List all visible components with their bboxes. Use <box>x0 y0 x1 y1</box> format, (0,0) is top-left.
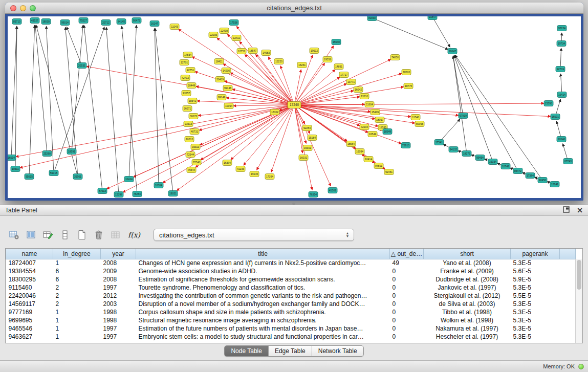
graph-node[interactable]: 17364 <box>526 173 535 179</box>
graph-node[interactable]: 16261 <box>297 62 307 68</box>
graph-node[interactable]: 16311 <box>191 144 200 150</box>
graph-edge[interactable] <box>15 26 17 169</box>
graph-node[interactable]: 12741 <box>550 182 559 187</box>
new-document-icon[interactable] <box>76 229 88 241</box>
graph-edge[interactable] <box>155 28 159 185</box>
zoom-window-icon[interactable] <box>30 5 36 11</box>
graph-node[interactable]: 90472 <box>132 18 141 24</box>
graph-node[interactable]: 17541 <box>434 140 444 145</box>
cell-short[interactable]: Nakamura et al. (1997) <box>424 324 511 333</box>
cell-name[interactable]: 9465546 <box>6 324 53 333</box>
cell-out_degree[interactable]: 0 <box>390 283 424 292</box>
cell-year[interactable]: 2003 <box>101 300 136 308</box>
graph-edge[interactable] <box>294 77 340 105</box>
cell-title[interactable]: Genome-wide association studies in ADHD. <box>136 267 390 275</box>
cell-title[interactable]: Estimation of the future numbers of pati… <box>136 324 390 333</box>
graph-node[interactable]: 76254 <box>133 191 142 197</box>
graph-node[interactable]: 10094 <box>224 103 233 109</box>
graph-node[interactable]: 10414 <box>364 157 373 162</box>
cell-name[interactable]: 22420046 <box>6 292 53 300</box>
cell-out_degree[interactable]: 0 <box>390 275 424 283</box>
graph-node[interactable]: 11043 <box>170 24 179 30</box>
graph-node[interactable]: 85710 <box>12 19 21 25</box>
graph-node[interactable]: 18547 <box>248 48 257 54</box>
graph-edge[interactable] <box>197 101 294 105</box>
cell-out_degree[interactable]: 0 <box>390 300 424 308</box>
graph-node[interactable]: 17834 <box>183 52 192 58</box>
graph-node[interactable]: 16034 <box>488 159 497 165</box>
delete-icon[interactable] <box>93 229 105 241</box>
graph-edge[interactable] <box>294 104 365 105</box>
graph-node[interactable]: 99149 <box>217 95 226 100</box>
column-header-year[interactable]: year <box>101 249 136 259</box>
cell-in_degree[interactable]: 6 <box>53 275 101 283</box>
graph-node[interactable]: 59015 <box>49 170 58 176</box>
cell-year[interactable]: 1997 <box>101 333 136 341</box>
graph-node[interactable]: 73913 <box>401 143 410 148</box>
cell-out_degree[interactable]: 0 <box>390 308 424 316</box>
graph-node[interactable]: 16549 <box>368 132 377 137</box>
table-row[interactable]: 977716911998Corpus callosum shape and si… <box>6 308 576 316</box>
network-canvas-svg[interactable]: 1724085710435271803099014755272071284145… <box>8 16 581 198</box>
graph-edge[interactable] <box>294 105 331 186</box>
graph-edge[interactable] <box>294 70 335 105</box>
graph-node[interactable]: 11604 <box>365 102 374 107</box>
graph-node[interactable]: 14200 <box>222 68 231 74</box>
graph-node[interactable]: 12411 <box>232 35 241 41</box>
column-header-in_degree[interactable]: in_degree <box>53 249 101 259</box>
table-row[interactable]: 911546021997Tourette syndrome. Phenomeno… <box>6 283 576 292</box>
show-columns-icon[interactable] <box>25 229 37 241</box>
graph-node[interactable]: 19612 <box>310 48 319 54</box>
graph-node[interactable]: 67743 <box>563 159 573 164</box>
graph-node[interactable]: 17717 <box>339 72 349 78</box>
graph-edge[interactable] <box>454 55 493 162</box>
graph-edge[interactable] <box>67 27 82 65</box>
cell-in_degree[interactable]: 2 <box>53 300 101 308</box>
graph-node[interactable]: 21847 <box>428 16 437 20</box>
graph-edge[interactable] <box>106 27 119 194</box>
function-builder-icon[interactable]: f(x) <box>126 229 142 241</box>
graph-node[interactable]: 12751 <box>237 49 246 54</box>
cell-title[interactable]: Estimation of significance thresholds fo… <box>136 275 390 283</box>
graph-node[interactable]: 16394 <box>223 160 232 166</box>
graph-edge[interactable] <box>294 46 334 105</box>
graph-node[interactable]: 36072 <box>189 114 198 119</box>
graph-node[interactable]: 16031 <box>299 155 308 161</box>
graph-node[interactable]: 42751 <box>186 68 195 73</box>
graph-node[interactable]: 94501 <box>374 163 383 169</box>
graph-node[interactable]: 36071 <box>183 106 192 112</box>
table-row[interactable]: 1830029562008Estimation of significance … <box>6 275 576 283</box>
cell-short[interactable]: Dudbridge et al. (2008) <box>424 275 511 283</box>
cell-title[interactable]: Embryonic stem cells: a model to study s… <box>136 333 390 341</box>
graph-node[interactable]: 16301 <box>303 145 312 151</box>
graph-node[interactable]: 92451 <box>384 169 394 175</box>
cell-pagerank[interactable]: 5.9E-5 <box>511 275 560 283</box>
graph-node[interactable]: 67919 <box>459 113 468 119</box>
cell-pagerank[interactable]: 5.3E-5 <box>511 324 560 333</box>
column-header-out_degree[interactable]: △ out_de… <box>390 249 424 259</box>
table-row[interactable]: 946362711997Embryonic stem cells: a mode… <box>6 333 576 341</box>
graph-node[interactable]: 92774 <box>556 67 565 72</box>
graph-edge[interactable] <box>432 17 450 47</box>
close-panel-icon[interactable]: ✕ <box>577 206 583 214</box>
float-panel-icon[interactable] <box>563 206 570 215</box>
table-settings-icon[interactable] <box>8 229 20 241</box>
table-row[interactable]: 2242004622012Investigating the contribut… <box>6 292 576 300</box>
cell-pagerank[interactable]: 5.3E-5 <box>511 316 560 324</box>
minimize-window-icon[interactable] <box>20 5 26 11</box>
cell-out_degree[interactable]: 0 <box>390 292 424 300</box>
scrollbar-thumb[interactable] <box>577 260 581 290</box>
graph-edge[interactable] <box>35 25 47 154</box>
graph-node[interactable]: 18302 <box>270 110 279 115</box>
tab-edge-table[interactable]: Edge Table <box>269 346 312 356</box>
table-row[interactable]: 1938455462009Genome-wide association stu… <box>6 267 576 275</box>
cell-name[interactable]: 9115460 <box>6 283 53 292</box>
cell-name[interactable]: 18300295 <box>6 275 53 283</box>
cell-in_degree[interactable]: 1 <box>53 316 101 324</box>
import-table-icon[interactable] <box>110 229 122 241</box>
graph-node[interactable]: 16647 <box>448 49 457 54</box>
graph-node[interactable]: 16094 <box>355 149 364 155</box>
graph-node[interactable]: 92450 <box>538 178 547 183</box>
graph-edge[interactable] <box>129 25 137 179</box>
cell-out_degree[interactable]: 0 <box>390 333 424 341</box>
